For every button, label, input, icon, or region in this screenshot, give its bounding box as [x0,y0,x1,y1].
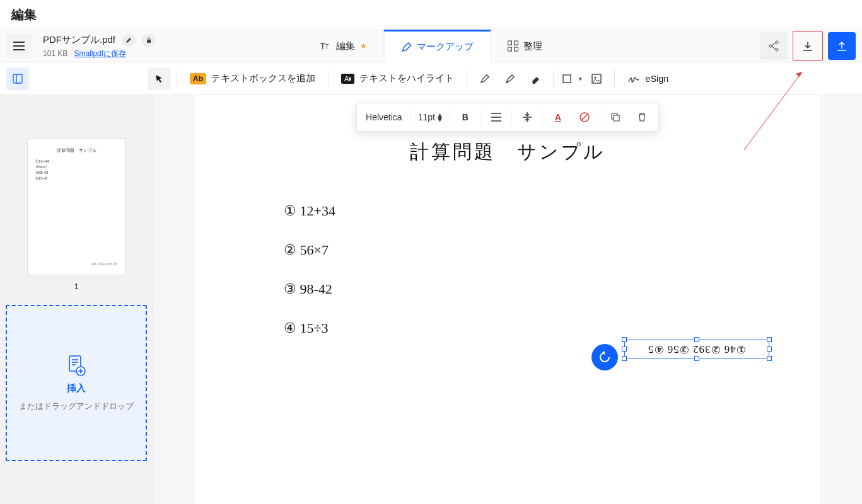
topbar: PDFサンプル.pdf 101 KB · Smallpdfに保存 TT 編集 ★… [0,30,862,62]
resize-handle[interactable] [694,337,699,342]
select-tool[interactable] [148,67,170,90]
save-link[interactable]: Smallpdfに保存 [74,49,126,58]
svg-point-7 [769,45,772,47]
pen-icon [479,72,491,85]
thumb-line: ④15÷3 [35,176,117,180]
text-color-button[interactable]: A [545,106,571,129]
lock-icon [146,37,152,43]
shape-tool[interactable]: ▾ [560,67,583,90]
signature-icon [627,73,640,84]
pdf-page[interactable]: 計算問題 サンプル ① 12+34 ② 56×7 ③ 98-42 ④ 15÷3 … [195,95,820,504]
top-actions [760,31,856,61]
thumb-line: ②56×7 [35,164,117,169]
selected-textbox[interactable]: ①46 ②392 ③56 ④5 [624,340,769,358]
align-icon [491,113,501,122]
bold-icon: B [462,112,469,122]
svg-line-18 [581,114,588,120]
page-number: 1 [74,282,78,291]
download-icon [801,40,814,52]
thumb-title: 計算問題 サンプル [35,147,117,154]
rotate-button[interactable] [591,344,618,370]
tab-markup-label: マークアップ [417,41,474,53]
pencil-icon [400,42,412,53]
resize-handle[interactable] [767,337,772,342]
svg-rect-20 [614,115,619,121]
resize-handle[interactable] [767,356,772,361]
panel-toggle[interactable] [6,67,29,90]
eraser-tool[interactable] [524,67,547,90]
svg-rect-10 [13,74,22,83]
problem-list: ① 12+34 ② 56×7 ③ 98-42 ④ 15÷3 [284,203,820,336]
add-textbox-label: テキストボックスを追加 [211,72,315,84]
bold-button[interactable]: B [453,106,478,129]
font-size-select[interactable]: 11pt ▴▾ [413,106,447,129]
tab-organize-label: 整理 [523,40,542,52]
font-size-stepper[interactable]: ▴▾ [438,113,442,122]
tab-edit-label: 編集 [336,40,355,52]
image-tool[interactable] [585,67,608,90]
download-highlight [793,31,823,61]
export-button[interactable] [828,32,856,60]
add-textbox-tool[interactable]: Ab テキストボックスを追加 [183,67,322,90]
tab-edit[interactable]: TT 編集 ★ [303,30,383,62]
download-button[interactable] [794,32,822,60]
rename-button[interactable] [122,33,136,47]
svg-rect-6 [514,47,518,51]
thumb-footer: ①46 ②392 ③56 ④5 [91,262,117,266]
duplicate-button[interactable] [603,106,628,129]
share-icon [767,40,780,52]
highlight-tool[interactable]: A▮ テキストをハイライト [335,67,460,90]
delete-button[interactable] [629,106,655,129]
highlight-badge-icon: A▮ [341,74,354,84]
thumbnail-sidebar: 計算問題 サンプル ①12+34 ②56×7 ③98-42 ④15÷3 ①46 … [0,95,153,504]
share-button[interactable] [760,32,788,60]
svg-rect-4 [514,41,518,45]
pencil-icon [125,37,132,43]
svg-text:T: T [325,43,329,50]
canvas[interactable]: Helvetica 11pt ▴▾ B A 計算問題 サンプル ① 12+34 … [153,95,862,504]
thumb-line: ①12+34 [35,159,117,163]
align-button[interactable] [484,106,509,129]
resize-handle[interactable] [622,337,627,342]
tab-markup[interactable]: マークアップ [383,30,491,62]
font-family-select[interactable]: Helvetica [361,106,407,129]
lock-button[interactable] [142,33,156,47]
markup-toolbar: Ab テキストボックスを追加 A▮ テキストをハイライト ▾ eSign [0,62,862,95]
star-icon: ★ [360,42,367,50]
no-fill-button[interactable] [572,106,597,129]
page-thumbnail[interactable]: 計算問題 サンプル ①12+34 ②56×7 ③98-42 ④15÷3 ①46 … [27,138,125,275]
rect-icon [561,73,573,84]
resize-handle[interactable] [622,346,627,352]
svg-rect-3 [508,41,511,45]
resize-handle[interactable] [694,356,699,361]
highlight-label: テキストをハイライト [359,72,454,84]
resize-handle[interactable] [622,356,627,361]
menu-button[interactable] [6,33,32,59]
tab-organize[interactable]: 整理 [491,30,559,62]
text-edit-icon: TT [320,40,331,52]
problem-item: ② 56×7 [284,242,820,258]
svg-point-9 [776,49,778,51]
eraser-icon [529,72,542,85]
copy-icon [610,112,620,122]
insert-page-icon [67,355,86,376]
grid-icon [507,40,518,52]
insert-subtitle: またはドラッグアンドドロップ [19,401,134,412]
pen-tool[interactable] [474,67,496,90]
problem-item: ① 12+34 [284,203,820,219]
problem-item: ④ 15÷3 [284,320,820,336]
cursor-icon [154,74,164,84]
insert-page-dropzone[interactable]: 挿入 またはドラッグアンドドロップ [6,305,147,461]
upload-icon [836,40,848,52]
no-fill-icon [579,112,590,123]
svg-point-8 [776,41,778,43]
valign-button[interactable] [515,106,540,129]
resize-handle[interactable] [767,346,772,352]
marker-icon [504,72,516,85]
svg-rect-12 [563,75,571,83]
esign-tool[interactable]: eSign [621,67,675,90]
insert-title: 挿入 [67,382,86,394]
marker-tool[interactable] [499,67,521,90]
font-size-value: 11pt [418,112,435,122]
chevron-down-icon: ▾ [579,76,582,82]
